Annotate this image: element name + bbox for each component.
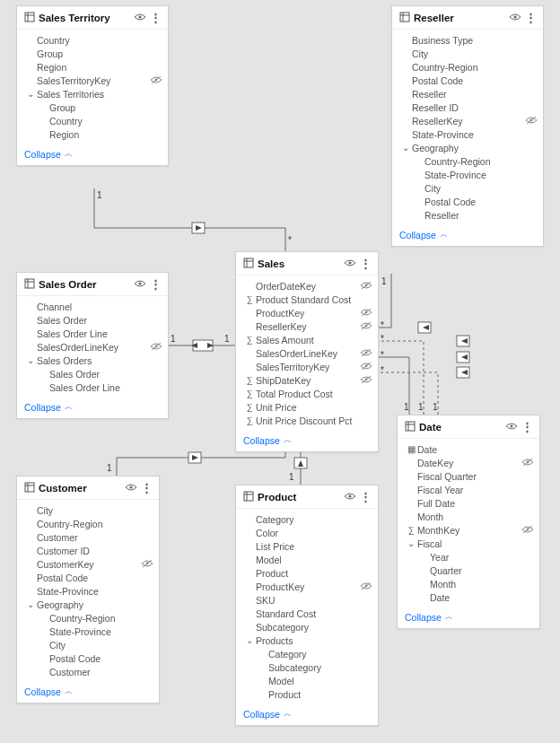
field-row[interactable]: Group bbox=[17, 47, 168, 60]
field-row[interactable]: State-Province bbox=[392, 168, 543, 181]
visibility-icon[interactable] bbox=[344, 492, 356, 503]
field-row[interactable]: Category bbox=[236, 647, 378, 660]
field-row[interactable]: Color bbox=[236, 526, 378, 539]
field-row[interactable]: Date bbox=[398, 590, 539, 604]
more-options-icon[interactable]: ⋮ bbox=[141, 481, 153, 494]
field-row[interactable]: Customer bbox=[17, 530, 159, 544]
field-row[interactable]: SKU bbox=[236, 593, 378, 607]
field-row[interactable]: Year bbox=[398, 550, 539, 564]
field-row[interactable]: Postal Code bbox=[392, 74, 543, 87]
table-sales[interactable]: Sales⋮OrderDateKey∑Product Standard Cost… bbox=[235, 251, 379, 452]
table-header[interactable]: Date⋮ bbox=[398, 415, 539, 439]
field-row[interactable]: City bbox=[17, 638, 159, 651]
field-row[interactable]: Country-Region bbox=[17, 517, 159, 530]
field-row[interactable]: ResellerKey bbox=[236, 319, 378, 333]
field-row[interactable]: State-Province bbox=[392, 127, 543, 141]
field-row[interactable]: Category bbox=[236, 512, 378, 526]
field-row[interactable]: ⌄Products bbox=[236, 634, 378, 647]
field-row[interactable]: ∑ShipDateKey bbox=[236, 373, 378, 387]
field-row[interactable]: Postal Code bbox=[17, 571, 159, 584]
visibility-icon[interactable] bbox=[505, 422, 518, 433]
field-row[interactable]: ∑MonthKey bbox=[398, 523, 539, 537]
field-row[interactable]: ⌄Sales Orders bbox=[17, 354, 168, 367]
table-sales-territory[interactable]: Sales Territory⋮CountryGroupRegionSalesT… bbox=[16, 5, 169, 166]
field-row[interactable]: Country-Region bbox=[17, 611, 159, 625]
field-row[interactable]: SalesTerritoryKey bbox=[236, 360, 378, 373]
table-header[interactable]: Sales⋮ bbox=[236, 252, 378, 275]
field-row[interactable]: Subcategory bbox=[236, 660, 378, 674]
more-options-icon[interactable]: ⋮ bbox=[150, 11, 162, 24]
field-row[interactable]: Sales Order Line bbox=[17, 327, 168, 340]
field-row[interactable]: Reseller bbox=[392, 208, 543, 222]
field-row[interactable]: ⌄Fiscal bbox=[398, 537, 539, 550]
field-row[interactable]: State-Province bbox=[17, 584, 159, 598]
field-row[interactable]: ProductKey bbox=[236, 306, 378, 319]
field-row[interactable]: Region bbox=[17, 60, 168, 74]
field-row[interactable]: ProductKey bbox=[236, 580, 378, 593]
collapse-link[interactable]: Collapse ︿ bbox=[392, 225, 543, 246]
field-row[interactable]: ⌄Sales Territories bbox=[17, 87, 168, 101]
field-row[interactable]: Country bbox=[17, 33, 168, 47]
field-row[interactable]: Reseller bbox=[392, 87, 543, 101]
table-product[interactable]: Product⋮CategoryColorList PriceModelProd… bbox=[235, 485, 379, 726]
table-header[interactable]: Product⋮ bbox=[236, 485, 378, 509]
field-row[interactable]: Country-Region bbox=[392, 60, 543, 74]
collapse-link[interactable]: Collapse ︿ bbox=[236, 431, 378, 451]
field-row[interactable]: Postal Code bbox=[17, 651, 159, 665]
field-row[interactable]: Model bbox=[236, 553, 378, 566]
visibility-icon[interactable] bbox=[509, 13, 521, 23]
field-row[interactable]: SalesOrderLineKey bbox=[236, 346, 378, 360]
field-row[interactable]: Full Date bbox=[398, 496, 539, 510]
field-row[interactable]: ResellerKey bbox=[392, 114, 543, 127]
field-row[interactable]: ▦Date bbox=[398, 442, 539, 456]
field-row[interactable]: OrderDateKey bbox=[236, 279, 378, 293]
field-row[interactable]: Channel bbox=[17, 300, 168, 313]
field-row[interactable]: Subcategory bbox=[236, 620, 378, 634]
collapse-link[interactable]: Collapse ︿ bbox=[398, 608, 539, 628]
more-options-icon[interactable]: ⋮ bbox=[150, 277, 162, 291]
more-options-icon[interactable]: ⋮ bbox=[521, 420, 534, 433]
collapse-link[interactable]: Collapse ︿ bbox=[17, 398, 168, 418]
field-row[interactable]: Standard Cost bbox=[236, 607, 378, 620]
table-customer[interactable]: Customer⋮CityCountry-RegionCustomerCusto… bbox=[16, 476, 160, 704]
collapse-link[interactable]: Collapse ︿ bbox=[17, 682, 159, 703]
table-sales-order[interactable]: Sales Order⋮ChannelSales OrderSales Orde… bbox=[16, 272, 169, 419]
field-row[interactable]: Quarter bbox=[398, 564, 539, 577]
table-header[interactable]: Sales Territory⋮ bbox=[17, 6, 168, 30]
field-row[interactable]: Postal Code bbox=[392, 195, 543, 208]
field-row[interactable]: DateKey bbox=[398, 456, 539, 469]
field-row[interactable]: Product bbox=[236, 687, 378, 701]
field-row[interactable]: Group bbox=[17, 101, 168, 114]
field-row[interactable]: SalesOrderLineKey bbox=[17, 340, 168, 354]
table-header[interactable]: Customer⋮ bbox=[17, 476, 159, 500]
field-row[interactable]: Country bbox=[17, 114, 168, 127]
visibility-icon[interactable] bbox=[344, 258, 356, 269]
field-row[interactable]: Customer bbox=[17, 665, 159, 678]
more-options-icon[interactable]: ⋮ bbox=[360, 490, 372, 503]
field-row[interactable]: List Price bbox=[236, 539, 378, 553]
field-row[interactable]: Month bbox=[398, 510, 539, 523]
field-row[interactable]: ⌄Geography bbox=[392, 141, 543, 154]
table-date[interactable]: Date⋮▦DateDateKeyFiscal QuarterFiscal Ye… bbox=[397, 415, 540, 629]
field-row[interactable]: Product bbox=[236, 566, 378, 580]
visibility-icon[interactable] bbox=[134, 13, 146, 23]
more-options-icon[interactable]: ⋮ bbox=[360, 257, 372, 270]
more-options-icon[interactable]: ⋮ bbox=[525, 11, 538, 24]
table-reseller[interactable]: Reseller⋮Business TypeCityCountry-Region… bbox=[391, 5, 544, 247]
field-row[interactable]: Customer ID bbox=[17, 544, 159, 557]
field-row[interactable]: Month bbox=[398, 577, 539, 590]
field-row[interactable]: City bbox=[17, 503, 159, 517]
field-row[interactable]: Business Type bbox=[392, 33, 543, 47]
table-header[interactable]: Sales Order⋮ bbox=[17, 273, 168, 296]
field-row[interactable]: ∑Total Product Cost bbox=[236, 387, 378, 400]
field-row[interactable]: Fiscal Quarter bbox=[398, 469, 539, 483]
field-row[interactable]: Fiscal Year bbox=[398, 483, 539, 496]
field-row[interactable]: ∑Sales Amount bbox=[236, 333, 378, 346]
field-row[interactable]: ∑Product Standard Cost bbox=[236, 293, 378, 306]
field-row[interactable]: Sales Order bbox=[17, 313, 168, 327]
field-row[interactable]: Sales Order bbox=[17, 367, 168, 380]
field-row[interactable]: State-Province bbox=[17, 625, 159, 638]
field-row[interactable]: SalesTerritoryKey bbox=[17, 74, 168, 87]
field-row[interactable]: Region bbox=[17, 127, 168, 141]
field-row[interactable]: Model bbox=[236, 674, 378, 687]
